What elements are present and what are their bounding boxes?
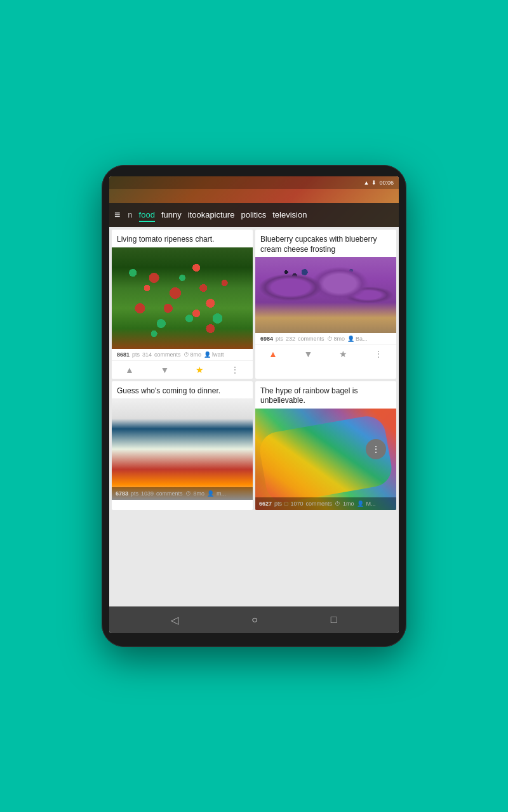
pts-bagel: 6627 bbox=[259, 501, 272, 507]
upvote-cupcake[interactable]: ▲ bbox=[264, 348, 283, 360]
content-area[interactable]: Living tomato ripeness chart. 8681 pts 3… bbox=[109, 227, 399, 606]
screen-inner: ▲ ⬇ 00:06 ≡ n food funny itookapicture bbox=[109, 176, 399, 633]
comments-tomato: 314 bbox=[142, 351, 152, 358]
tab-n[interactable]: n bbox=[128, 209, 132, 222]
back-button[interactable]: ◁ bbox=[171, 614, 178, 626]
user-icon-tomato: 👤 bbox=[204, 351, 211, 358]
downvote-tomato[interactable]: ▼ bbox=[156, 363, 175, 376]
post-title-tomato: Living tomato ripeness chart. bbox=[112, 230, 253, 247]
tab-funny[interactable]: funny bbox=[161, 209, 182, 222]
pts-sushi: 6783 bbox=[116, 490, 128, 497]
tab-politics[interactable]: politics bbox=[241, 209, 266, 222]
user-icon-cupcake: 👤 bbox=[347, 336, 354, 342]
home-button[interactable]: ○ bbox=[251, 614, 258, 625]
fab-button[interactable]: ⋮ bbox=[366, 439, 386, 459]
user-cupcake: 👤 Ba... bbox=[347, 336, 368, 342]
comments-label-cupcake: comments bbox=[298, 336, 324, 342]
star-tomato[interactable]: ★ bbox=[190, 363, 209, 376]
device-frame: ▲ ⬇ 00:06 ≡ n food funny itookapicture bbox=[102, 165, 406, 647]
recents-button[interactable]: □ bbox=[331, 614, 337, 625]
post-image-bagel: 6627 pts □ 1070 comments ⏱ 1mo 👤 M... bbox=[255, 409, 396, 510]
pts-cupcake: 6984 bbox=[260, 336, 273, 342]
post-title-bagel: The hype of rainbow bagel is unbelievabl… bbox=[255, 381, 396, 409]
post-title-sushi: Guess who's coming to dinner. bbox=[112, 381, 253, 399]
post-meta-tomato: 8681 pts 314 comments ⏱ 8mo 👤 lwatt bbox=[112, 349, 253, 360]
bottom-nav: ◁ ○ □ bbox=[109, 606, 399, 633]
user-tomato: 👤 lwatt bbox=[204, 351, 224, 358]
post-title-cupcake: Blueberry cupcakes with blueberry cream … bbox=[255, 230, 396, 257]
post-image-sushi: 6783 pts 1039 comments ⏱ 8mo 👤 m... bbox=[112, 398, 253, 500]
post-card-tomato[interactable]: Living tomato ripeness chart. 8681 pts 3… bbox=[112, 230, 253, 379]
posts-grid: Living tomato ripeness chart. 8681 pts 3… bbox=[112, 230, 396, 510]
post-card-bagel[interactable]: The hype of rainbow bagel is unbelievabl… bbox=[255, 381, 396, 510]
device-screen: ▲ ⬇ 00:06 ≡ n food funny itookapicture bbox=[109, 176, 399, 633]
nav-bar: ≡ n food funny itookapicture politics te… bbox=[109, 203, 399, 227]
post-image-cupcake bbox=[255, 257, 396, 333]
pts-label-tomato: pts bbox=[132, 351, 140, 358]
post-meta-cupcake: 6984 pts 232 comments ⏱ 8mo 👤 Ba... bbox=[255, 333, 396, 344]
header-area: ▲ ⬇ 00:06 ≡ n food funny itookapicture bbox=[109, 176, 399, 227]
post-actions-cupcake: ▲ ▼ ★ ⋮ bbox=[255, 344, 396, 363]
more-tomato[interactable]: ⋮ bbox=[225, 363, 244, 376]
clock-icon-tomato: ⏱ bbox=[184, 351, 189, 358]
download-icon: ⬇ bbox=[371, 180, 377, 186]
post-actions-tomato: ▲ ▼ ★ ⋮ bbox=[112, 360, 253, 379]
post-card-sushi[interactable]: Guess who's coming to dinner. 6783 pts 1… bbox=[112, 381, 253, 510]
signal-icon: ▲ bbox=[364, 180, 370, 186]
upvote-tomato[interactable]: ▲ bbox=[120, 363, 139, 376]
status-bar: ▲ ⬇ 00:06 bbox=[364, 180, 394, 186]
pts-label-cupcake: pts bbox=[276, 336, 283, 342]
post-image-tomato bbox=[112, 247, 253, 349]
comments-cupcake: 232 bbox=[286, 336, 295, 342]
tab-itookapicture[interactable]: itookapicture bbox=[188, 209, 235, 222]
time-tomato: ⏱ 8mo bbox=[184, 351, 202, 358]
menu-icon[interactable]: ≡ bbox=[114, 209, 120, 221]
tab-television[interactable]: television bbox=[272, 209, 307, 222]
time-cupcake: ⏱ 8mo bbox=[327, 336, 345, 342]
nav-tabs: n food funny itookapicture politics tele… bbox=[128, 209, 307, 222]
star-cupcake[interactable]: ★ bbox=[334, 348, 352, 360]
clock-icon-cupcake: ⏱ bbox=[327, 336, 333, 342]
time-display: 00:06 bbox=[379, 180, 394, 186]
tab-food[interactable]: food bbox=[139, 209, 155, 222]
comments-label-tomato: comments bbox=[154, 351, 181, 358]
more-cupcake[interactable]: ⋮ bbox=[369, 348, 388, 360]
downvote-cupcake[interactable]: ▼ bbox=[299, 348, 318, 360]
post-card-cupcake[interactable]: Blueberry cupcakes with blueberry cream … bbox=[255, 230, 396, 379]
pts-tomato: 8681 bbox=[117, 351, 130, 358]
